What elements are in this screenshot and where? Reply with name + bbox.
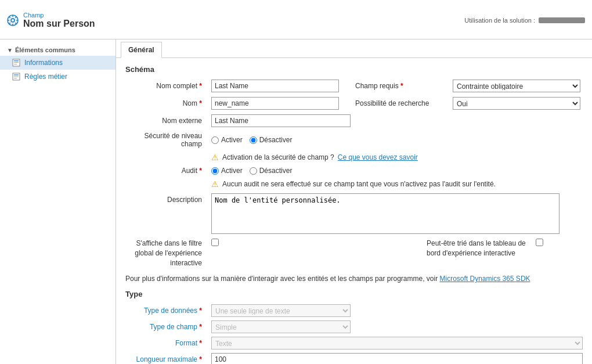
warning-audit-row: ⚠ Aucun audit ne sera effectué sur ce ch…: [211, 179, 583, 189]
sidebar-section-title: ▼ Éléments communs: [0, 44, 115, 56]
nom-externe-label: Nom externe: [125, 117, 207, 125]
sidebar-item-informations[interactable]: Informations: [0, 56, 115, 70]
informations-icon: [12, 58, 21, 67]
audit-desactiver-label: Désactiver: [259, 167, 293, 175]
securite-desactiver-radio[interactable]: Désactiver: [250, 136, 293, 144]
sidebar: ▼ Éléments communs Informations Règles m…: [0, 39, 116, 364]
audit-row: Audit * Activer Désactiver: [125, 167, 583, 175]
description-textarea[interactable]: Nom de l'entité personnalisée.: [211, 193, 559, 234]
audit-label: Audit *: [125, 167, 207, 175]
global-filter-checkbox[interactable]: [211, 239, 219, 246]
longueur-max-label: Longueur maximale *: [125, 355, 207, 363]
audit-activer-label: Activer: [221, 167, 243, 175]
possibilite-select[interactable]: Oui: [453, 97, 580, 110]
audit-desactiver-radio[interactable]: Désactiver: [250, 167, 293, 175]
type-champ-row: Type de champ * Simple: [125, 320, 583, 333]
champ-requis-select[interactable]: Contrainte obligatoire: [453, 80, 580, 92]
type-section-title: Type: [125, 290, 583, 298]
securite-desactiver-label: Désactiver: [259, 136, 293, 144]
header-champ-label: Champ: [23, 12, 95, 19]
format-select: Texte: [211, 337, 583, 349]
solution-usage: Utilisation de la solution :: [464, 17, 585, 24]
content-area: Général Schéma Nom complet * Champ requi…: [116, 39, 592, 364]
nom-input[interactable]: [211, 97, 339, 110]
sidebar-item-regles-metier-label: Règles métier: [24, 73, 67, 81]
warning-audit-icon: ⚠: [211, 179, 219, 189]
securite-activer-label: Activer: [221, 136, 243, 144]
nom-complet-label: Nom complet *: [125, 82, 207, 90]
longueur-max-row: Longueur maximale *: [125, 353, 583, 364]
sidebar-section-label: Éléments communs: [15, 46, 75, 53]
securite-desactiver-input[interactable]: [250, 136, 257, 144]
nom-complet-row: Nom complet * Champ requis * Contrainte …: [125, 80, 583, 92]
svg-rect-3: [14, 60, 19, 62]
securite-row: Sécurité de niveau champ Activer Désacti…: [125, 132, 583, 148]
format-row: Format * Texte: [125, 337, 583, 349]
possibilite-label: Possibilité de recherche: [355, 99, 448, 107]
info-row: Pour plus d'informations sur la manière …: [125, 272, 583, 285]
type-section: Type Type de données * Une seule ligne d…: [125, 290, 583, 364]
nom-label: Nom *: [125, 99, 207, 107]
audit-radio-group: Activer Désactiver: [211, 167, 292, 175]
page-title: Nom sur Person: [23, 19, 95, 29]
audit-activer-radio[interactable]: Activer: [211, 167, 243, 175]
info-link[interactable]: Microsoft Dynamics 365 SDK: [440, 275, 530, 283]
warning-securite-icon: ⚠: [211, 153, 219, 162]
warning-securite-row: ⚠ Activation de la sécurité de champ ? C…: [211, 153, 583, 162]
possibilite-group: Possibilité de recherche Oui: [355, 97, 580, 110]
solution-bar: [539, 17, 585, 23]
warning-audit-text: Aucun audit ne sera effectué sur ce cham…: [222, 180, 496, 188]
securite-label: Sécurité de niveau champ: [125, 132, 207, 148]
sidebar-item-regles-metier[interactable]: Règles métier: [0, 70, 115, 84]
type-donnees-row: Type de données * Une seule ligne de tex…: [125, 304, 583, 317]
type-champ-select: Simple: [211, 320, 351, 333]
nom-complet-input[interactable]: [211, 80, 339, 92]
schema-section-title: Schéma: [125, 65, 583, 74]
format-label: Format *: [125, 339, 207, 347]
header-left: Champ Nom sur Person: [7, 12, 95, 29]
form-content: Schéma Nom complet * Champ requis * Cont…: [116, 58, 592, 364]
tri-label: Peut-être trié dans le tableau de bord d…: [427, 239, 531, 258]
nom-externe-input[interactable]: [211, 114, 351, 127]
champ-requis-label: Champ requis *: [355, 82, 448, 90]
gear-icon: [7, 15, 19, 26]
warning-securite-text: Activation de la sécurité de champ ?: [222, 153, 334, 161]
svg-rect-4: [14, 62, 19, 63]
securite-radio-group: Activer Désactiver: [211, 136, 292, 144]
regles-metier-icon: [12, 72, 21, 81]
tri-checkbox[interactable]: [536, 239, 543, 246]
main-layout: ▼ Éléments communs Informations Règles m…: [0, 39, 592, 364]
info-text: Pour plus d'informations sur la manière …: [125, 275, 438, 283]
svg-rect-5: [14, 64, 17, 64]
securite-activer-radio[interactable]: Activer: [211, 136, 243, 144]
warning-securite-link[interactable]: Ce que vous devez savoir: [338, 153, 418, 161]
tabs-bar: Général: [116, 39, 592, 58]
longueur-max-input[interactable]: [211, 353, 583, 364]
description-label: Description: [125, 193, 207, 204]
checkbox-row: S'affiche dans le filtre global de l'exp…: [125, 239, 583, 268]
type-donnees-select: Une seule ligne de texte: [211, 304, 351, 317]
tab-general[interactable]: Général: [121, 42, 162, 58]
type-champ-label: Type de champ *: [125, 323, 207, 331]
securite-activer-input[interactable]: [211, 136, 219, 144]
audit-activer-input[interactable]: [211, 167, 219, 175]
sidebar-item-informations-label: Informations: [24, 59, 63, 67]
global-filter-label: S'affiche dans le filtre global de l'exp…: [125, 239, 207, 268]
page-header: Champ Nom sur Person Utilisation de la s…: [0, 0, 592, 39]
solution-label: Utilisation de la solution :: [464, 17, 535, 24]
type-donnees-label: Type de données *: [125, 307, 207, 315]
collapse-triangle[interactable]: ▼: [7, 47, 13, 53]
audit-desactiver-input[interactable]: [250, 167, 257, 175]
nom-row: Nom * Possibilité de recherche Oui: [125, 97, 583, 110]
champ-requis-group: Champ requis * Contrainte obligatoire: [355, 80, 580, 92]
description-row: Description Nom de l'entité personnalisé…: [125, 193, 583, 234]
nom-externe-row: Nom externe: [125, 114, 583, 127]
